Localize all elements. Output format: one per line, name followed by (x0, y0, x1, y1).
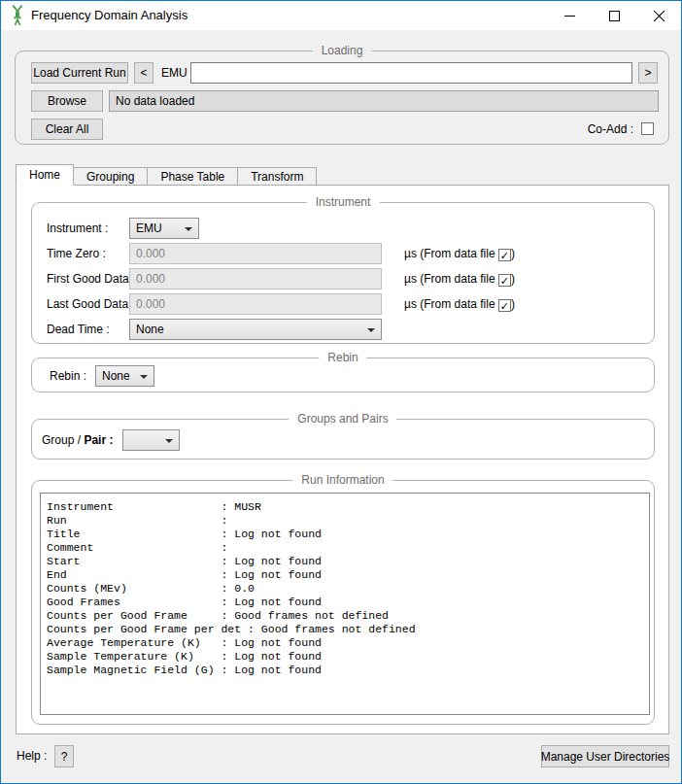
maximize-icon (609, 11, 620, 21)
titlebar: Frequency Domain Analysis (1, 1, 681, 30)
groups-and-pairs-groupbox-title: Groups and Pairs (289, 412, 396, 426)
time-zero-suffix-text: µs (From data file (404, 247, 495, 260)
loading-groupbox-title: Loading (313, 44, 372, 58)
first-good-data-suffix-text: µs (From data file (404, 272, 495, 286)
group-label-part: Group / (42, 433, 81, 447)
first-good-data-suffix: µs (From data file ✓) (404, 268, 515, 290)
mantid-app-icon (10, 5, 25, 26)
close-icon (654, 11, 665, 21)
run-information-text: Instrument : MUSR Run : Title : Log not … (41, 494, 649, 677)
last-good-data-from-file-checkbox[interactable]: ✓ (498, 299, 511, 312)
time-zero-label: Time Zero : (47, 243, 106, 264)
instrument-groupbox: Instrument Instrument : EMU Time Zero : … (31, 202, 655, 344)
tab-phase-table[interactable]: Phase Table (147, 167, 238, 186)
last-good-data-label: Last Good Data : (47, 293, 135, 315)
tab-home[interactable]: Home (16, 164, 74, 186)
minimize-button[interactable] (547, 1, 592, 30)
run-information-groupbox-title: Run Information (292, 473, 392, 488)
chevron-down-icon (165, 439, 173, 443)
instrument-groupbox-title: Instrument (307, 195, 380, 210)
minimize-icon (564, 11, 575, 21)
rebin-groupbox: Rebin Rebin : None (31, 358, 655, 392)
dead-time-combobox[interactable]: None (129, 319, 382, 340)
first-good-data-suffix-close: ) (511, 272, 515, 286)
load-current-run-button[interactable]: Load Current Run (31, 62, 128, 84)
help-button[interactable]: ? (54, 745, 74, 767)
pair-label-part: Pair : (84, 433, 113, 447)
window-title: Frequency Domain Analysis (31, 8, 188, 22)
next-run-button[interactable]: > (638, 62, 658, 84)
time-zero-suffix-close: ) (511, 247, 515, 260)
first-good-data-from-file-checkbox[interactable]: ✓ (498, 274, 511, 287)
chevron-down-icon (140, 375, 148, 379)
tab-transform[interactable]: Transform (237, 167, 317, 186)
help-label: Help : (17, 745, 47, 767)
rebin-groupbox-title: Rebin (319, 351, 366, 365)
home-tab-pane: Instrument Instrument : EMU Time Zero : … (16, 185, 669, 734)
last-good-data-input[interactable] (129, 293, 382, 315)
instrument-label: Instrument : (47, 218, 108, 239)
close-button[interactable] (636, 1, 681, 30)
chevron-down-icon (367, 328, 375, 332)
dead-time-combobox-value: None (136, 323, 164, 336)
loaded-file-status-field: No data loaded (109, 90, 659, 112)
clear-all-button[interactable]: Clear All (31, 119, 103, 140)
chevron-down-icon (185, 227, 192, 231)
last-good-data-suffix: µs (From data file ✓) (404, 293, 515, 315)
rebin-combobox-value: None (102, 369, 130, 383)
coadd-checkbox[interactable] (641, 122, 654, 135)
first-good-data-label: First Good Data : (47, 268, 135, 290)
browse-button[interactable]: Browse (31, 90, 103, 112)
coadd-label: Co-Add : (588, 119, 633, 140)
previous-run-button[interactable]: < (134, 62, 153, 84)
run-number-input[interactable] (190, 62, 632, 84)
time-zero-suffix: µs (From data file ✓) (404, 243, 515, 264)
rebin-label: Rebin : (50, 365, 86, 387)
loading-groupbox: Loading Load Current Run < EMU > Browse … (15, 51, 669, 145)
group-pair-combobox[interactable] (122, 429, 180, 451)
maximize-button[interactable] (592, 1, 636, 30)
window-controls (547, 1, 681, 30)
run-information-textarea[interactable]: Instrument : MUSR Run : Title : Log not … (40, 493, 650, 715)
manage-user-directories-button[interactable]: Manage User Directories (541, 745, 669, 767)
dead-time-label: Dead Time : (47, 319, 110, 340)
group-pair-label: Group / Pair : (42, 429, 113, 451)
last-good-data-suffix-text: µs (From data file (404, 297, 495, 311)
time-zero-from-file-checkbox[interactable]: ✓ (498, 249, 511, 261)
first-good-data-input[interactable] (129, 268, 382, 290)
instrument-prefix-label: EMU (161, 62, 188, 84)
run-information-groupbox: Run Information Instrument : MUSR Run : … (31, 480, 655, 725)
time-zero-input[interactable] (129, 243, 382, 264)
tab-grouping[interactable]: Grouping (73, 167, 148, 186)
frequency-domain-analysis-window: Frequency Domain Analysis Loading Load C… (0, 0, 682, 784)
main-tabbar: Home Grouping Phase Table Transform (16, 164, 317, 186)
instrument-combobox-value: EMU (136, 222, 162, 235)
last-good-data-suffix-close: ) (511, 297, 515, 311)
rebin-combobox[interactable]: None (95, 365, 154, 387)
instrument-combobox[interactable]: EMU (129, 218, 199, 239)
groups-and-pairs-groupbox: Groups and Pairs Group / Pair : (31, 419, 655, 460)
